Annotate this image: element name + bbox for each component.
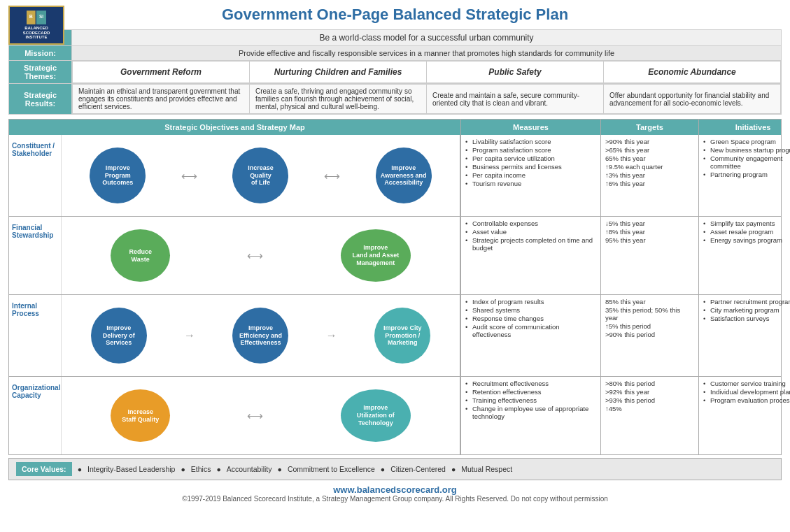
theme-gov: Government Reform bbox=[73, 62, 250, 83]
financial-measures-cell: Controllable expenses Asset value Strate… bbox=[460, 217, 600, 294]
core-values-bar: Core Values: ● Integrity-Based Leadershi… bbox=[8, 458, 782, 480]
org-strategy: OrganizationalCapacity IncreaseStaff Qua… bbox=[9, 377, 460, 454]
init-program-eval: Program evaluation process bbox=[703, 396, 790, 404]
cv-5: Citizen-Centered bbox=[390, 465, 446, 473]
measure-controllable: Controllable expenses bbox=[465, 220, 596, 227]
target-shared: 35% this period; 50% this year bbox=[605, 306, 694, 322]
node-land-asset: ImproveLand and AssetManagement bbox=[341, 229, 411, 282]
init-green-space: Green Space program bbox=[703, 138, 790, 145]
target-livability: >90% this year bbox=[605, 138, 694, 145]
result-public: Create and maintain a safe, secure commu… bbox=[427, 85, 604, 114]
cv-1: Integrity-Based Leadership bbox=[87, 465, 176, 473]
initiatives-header: Initiatives bbox=[698, 120, 790, 135]
node-city-promo: Improve CityPromotion /Marketing bbox=[374, 308, 430, 364]
logo-line2: SCORECARD bbox=[23, 31, 50, 36]
internal-label: InternalProcess bbox=[9, 295, 62, 376]
measure-per-capita-svc: Per capita service utilization bbox=[465, 154, 596, 162]
measure-business-permits: Business permits and licenses bbox=[465, 163, 596, 171]
target-income: ↑3% this year bbox=[605, 171, 694, 179]
theme-public: Public Safety bbox=[427, 62, 604, 83]
constituent-row: Constituent /Stakeholder ImproveProgramO… bbox=[9, 135, 781, 217]
target-training: >93% this period bbox=[605, 396, 694, 404]
target-response: ↑5% this period bbox=[605, 322, 694, 330]
target-per-capita-svc: 65% this year bbox=[605, 154, 694, 162]
target-controllable: ↓5% this year bbox=[605, 220, 694, 227]
result-gov: Maintain an ethical and transparent gove… bbox=[73, 85, 250, 114]
financial-targets-cell: ↓5% this year ↑8% this year 95% this yea… bbox=[600, 217, 698, 294]
node-increase-quality: IncreaseQualityof Life bbox=[232, 148, 288, 203]
cv-bullet-6: ● bbox=[451, 465, 456, 473]
page-title: Government One-Page Balanced Strategic P… bbox=[222, 6, 568, 24]
init-simplify-tax: Simplify tax payments bbox=[703, 220, 790, 227]
measure-training: Training effectiveness bbox=[465, 396, 596, 404]
internal-measures-cell: Index of program results Shared systems … bbox=[460, 295, 600, 376]
measure-per-capita-income: Per capita income bbox=[465, 171, 596, 179]
cv-bullet-4: ● bbox=[278, 465, 282, 473]
mission-content: Provide effective and fiscally responsib… bbox=[72, 46, 782, 61]
node-efficiency: ImproveEfficiency andEffectiveness bbox=[232, 308, 288, 364]
init-city-marketing: City marketing program bbox=[703, 306, 790, 314]
cv-bullet-5: ● bbox=[381, 465, 385, 473]
result-econ: Offer abundant opportunity for financial… bbox=[604, 85, 781, 114]
result-nurture: Create a safe, thriving and engaged comm… bbox=[250, 85, 427, 114]
node-technology: ImproveUtilization ofTechnology bbox=[341, 389, 411, 442]
cv-bullet-2: ● bbox=[181, 465, 185, 473]
targets-header: Targets bbox=[600, 120, 698, 135]
init-partnering: Partnering program bbox=[703, 171, 790, 178]
init-partner-recruit: Partner recruitment program bbox=[703, 298, 790, 305]
init-customer-service: Customer service training bbox=[703, 380, 790, 387]
measure-livability: Livability satisfaction score bbox=[465, 138, 596, 145]
org-measures-cell: Recruitment effectiveness Retention effe… bbox=[460, 377, 600, 454]
init-individual-dev: Individual development plans bbox=[703, 388, 790, 396]
core-values-label: Core Values: bbox=[16, 462, 72, 476]
financial-label: FinancialStewardship bbox=[9, 217, 62, 294]
init-energy-savings: Energy savings program bbox=[703, 236, 790, 244]
measure-response-time: Response time changes bbox=[465, 315, 596, 322]
themes-label: Strategic Themes: bbox=[9, 61, 72, 84]
cv-4: Commitment to Excellence bbox=[288, 465, 375, 473]
svg-text:SI: SI bbox=[39, 15, 43, 20]
column-headers: Strategic Objectives and Strategy Map Me… bbox=[9, 120, 781, 135]
results-label: Strategic Results: bbox=[9, 84, 72, 115]
constituent-strategy: Constituent /Stakeholder ImproveProgramO… bbox=[9, 135, 460, 216]
org-nodes: IncreaseStaff Quality ⟷ ImproveUtilizati… bbox=[62, 377, 460, 454]
init-community-engagement: Community engagement committee bbox=[703, 154, 790, 170]
cv-2: Ethics bbox=[191, 465, 211, 473]
cv-bullet-3: ● bbox=[216, 465, 220, 473]
target-index: 85% this year bbox=[605, 298, 694, 305]
internal-nodes: ImproveDelivery ofServices → ImproveEffi… bbox=[62, 295, 460, 376]
footer: www.balancedscorecard.org ©1997-2019 Bal… bbox=[8, 484, 782, 503]
measure-index-program: Index of program results bbox=[465, 298, 596, 305]
target-prog-sat: >65% this year bbox=[605, 146, 694, 154]
vision-table: Vision: Be a world-class model for a suc… bbox=[8, 29, 782, 115]
measure-retention: Retention effectiveness bbox=[465, 388, 596, 396]
measure-audit-score: Audit score of communication effectivene… bbox=[465, 323, 596, 338]
svg-text:B: B bbox=[29, 15, 33, 20]
constituent-right: Livability satisfaction score Program sa… bbox=[460, 135, 781, 216]
org-right: Recruitment effectiveness Retention effe… bbox=[460, 377, 781, 454]
target-business: ↑9.5% each quarter bbox=[605, 163, 694, 171]
cv-6: Mutual Respect bbox=[461, 465, 512, 473]
internal-row: InternalProcess ImproveDelivery ofServic… bbox=[9, 295, 781, 377]
node-delivery: ImproveDelivery ofServices bbox=[91, 308, 147, 364]
mission-label: Mission: bbox=[9, 46, 72, 61]
org-row: OrganizationalCapacity IncreaseStaff Qua… bbox=[9, 377, 781, 454]
financial-initiatives-cell: Simplify tax payments Asset resale progr… bbox=[698, 217, 790, 294]
logo-line1: BALANCED bbox=[24, 26, 48, 31]
measure-tech-change: Change in employee use of appropriate te… bbox=[465, 405, 596, 420]
org-targets-cell: >80% this period >92% this year >93% thi… bbox=[600, 377, 698, 454]
theme-econ: Economic Abundance bbox=[604, 62, 781, 83]
internal-targets-cell: 85% this year 35% this period; 50% this … bbox=[600, 295, 698, 376]
node-reduce-waste: ReduceWaste bbox=[111, 229, 170, 282]
measure-shared-systems: Shared systems bbox=[465, 306, 596, 314]
financial-right: Controllable expenses Asset value Strate… bbox=[460, 217, 781, 294]
org-initiatives-cell: Customer service training Individual dev… bbox=[698, 377, 790, 454]
measure-strategic-projects: Strategic projects completed on time and… bbox=[465, 236, 596, 252]
init-business-startup: New business startup program bbox=[703, 146, 790, 154]
measures-header: Measures bbox=[460, 120, 600, 135]
financial-row: FinancialStewardship ReduceWaste ⟷ Impro… bbox=[9, 217, 781, 295]
vision-content: Be a world-class model for a successful … bbox=[72, 30, 782, 46]
page-header: B SI BALANCED SCORECARD INSTITUTE Govern… bbox=[8, 6, 782, 24]
measure-tourism: Tourism revenue bbox=[465, 180, 596, 187]
internal-strategy: InternalProcess ImproveDelivery ofServic… bbox=[9, 295, 460, 376]
